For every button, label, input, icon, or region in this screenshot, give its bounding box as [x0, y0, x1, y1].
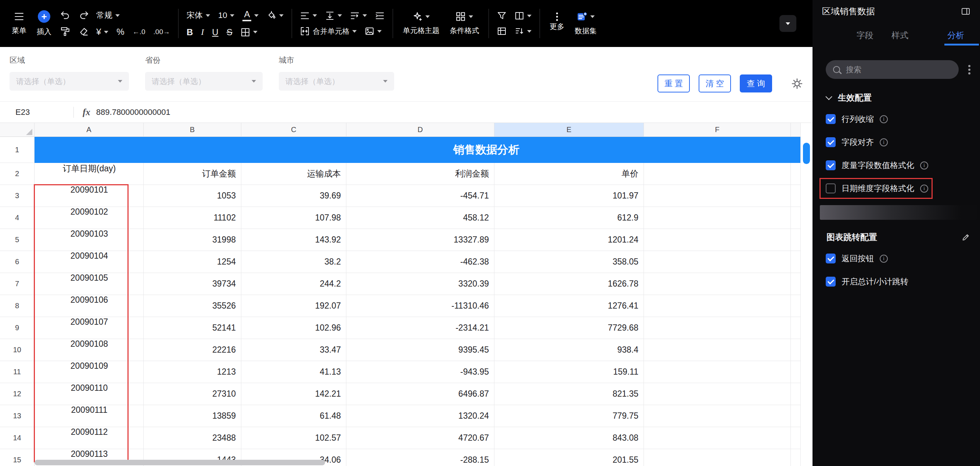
cell-F12[interactable]	[644, 383, 791, 405]
merge-cells-button[interactable]: 合并单元格	[300, 27, 357, 36]
conditional-format-button[interactable]: 条件格式	[444, 11, 484, 36]
cell-E5[interactable]: 1201.24	[495, 229, 644, 251]
cell-F14[interactable]	[644, 427, 791, 449]
currency-format-button[interactable]: ¥	[96, 27, 108, 37]
menu-button[interactable]: 菜单	[6, 11, 32, 36]
kebab-menu-icon[interactable]	[968, 69, 970, 71]
format-painter-icon[interactable]	[60, 27, 70, 37]
checkbox-unchecked[interactable]	[826, 184, 836, 193]
borders-button[interactable]	[240, 27, 258, 37]
info-icon[interactable]: i	[920, 185, 928, 193]
cell-E15[interactable]: 201.55	[495, 449, 644, 466]
cell-E14[interactable]: 843.08	[495, 427, 644, 449]
tab-分析[interactable]: 分析	[947, 30, 964, 46]
cell-B5[interactable]: 31998	[144, 229, 241, 251]
column-header-C[interactable]: C	[241, 123, 346, 137]
horizontal-align-button[interactable]	[300, 11, 317, 21]
split-view-button[interactable]	[515, 11, 531, 21]
vertical-scrollbar[interactable]	[800, 123, 813, 466]
filter-select-1[interactable]: 请选择（单选）	[10, 72, 129, 90]
cell-D5[interactable]: 13327.89	[346, 229, 495, 251]
cell-F2[interactable]	[644, 163, 791, 185]
percent-format-button[interactable]: %	[116, 27, 124, 37]
cell-E4[interactable]: 612.9	[495, 207, 644, 229]
row-header-2[interactable]: 2	[0, 163, 35, 185]
cell-D13[interactable]: 1320.24	[346, 405, 495, 427]
redo-icon[interactable]	[79, 10, 89, 21]
cell-A14[interactable]: 20090112	[35, 427, 144, 449]
cell-B8[interactable]: 35526	[144, 295, 241, 317]
select-all-corner[interactable]	[0, 123, 35, 137]
checkbox-checked[interactable]	[826, 277, 836, 287]
cell-C2[interactable]: 运输成本	[241, 163, 346, 185]
cell-D3[interactable]: -454.71	[346, 185, 495, 207]
cell-D7[interactable]: 3320.39	[346, 273, 495, 295]
horizontal-scrollbar-thumb[interactable]	[35, 460, 325, 465]
cell-A10[interactable]: 20090108	[35, 339, 144, 361]
cell-E9[interactable]: 7729.68	[495, 317, 644, 339]
checkbox-checked[interactable]	[826, 114, 836, 124]
cell-D8[interactable]: -11310.46	[346, 295, 495, 317]
row-header-15[interactable]: 15	[0, 449, 35, 466]
cell-E13[interactable]: 779.75	[495, 405, 644, 427]
filter-select-3[interactable]: 请选择（单选）	[279, 72, 394, 90]
row-header-14[interactable]: 14	[0, 427, 35, 449]
cell-C5[interactable]: 143.92	[241, 229, 346, 251]
cell-F5[interactable]	[644, 229, 791, 251]
clear-button[interactable]: 清 空	[698, 74, 731, 92]
cell-C3[interactable]: 39.69	[241, 185, 346, 207]
cell-F9[interactable]	[644, 317, 791, 339]
text-wrap-button[interactable]	[350, 11, 367, 21]
search-box[interactable]	[826, 60, 959, 79]
column-header-D[interactable]: D	[346, 123, 495, 137]
row-header-9[interactable]: 9	[0, 317, 35, 339]
cell-D4[interactable]: 458.12	[346, 207, 495, 229]
cell-A9[interactable]: 20090107	[35, 317, 144, 339]
cell-E7[interactable]: 1626.78	[495, 273, 644, 295]
cell-D6[interactable]: -462.38	[346, 251, 495, 273]
row-header-13[interactable]: 13	[0, 405, 35, 427]
cell-C7[interactable]: 244.2	[241, 273, 346, 295]
font-size-dropdown[interactable]: 10	[218, 11, 234, 20]
row-header-7[interactable]: 7	[0, 273, 35, 295]
row-header-4[interactable]: 4	[0, 207, 35, 229]
reset-button[interactable]: 重 置	[657, 74, 690, 92]
cell-A12[interactable]: 20090110	[35, 383, 144, 405]
checkbox-checked[interactable]	[826, 137, 836, 147]
cell-F13[interactable]	[644, 405, 791, 427]
cell-C14[interactable]: 102.57	[241, 427, 346, 449]
column-header-B[interactable]: B	[144, 123, 241, 137]
cell-E10[interactable]: 938.4	[495, 339, 644, 361]
info-icon[interactable]: i	[880, 138, 888, 146]
cell-D10[interactable]: 9395.45	[346, 339, 495, 361]
sort-button[interactable]	[515, 27, 531, 36]
search-input[interactable]	[845, 65, 951, 74]
dataset-button[interactable]: 数据集	[570, 11, 602, 36]
column-header-F[interactable]: F	[644, 123, 791, 137]
more-button[interactable]: 更多	[544, 16, 570, 32]
column-header-A[interactable]: A	[35, 123, 144, 137]
indent-icon[interactable]	[375, 11, 385, 21]
cell-A7[interactable]: 20090105	[35, 273, 144, 295]
panel-toggle-icon[interactable]	[961, 6, 970, 16]
vertical-scrollbar-thumb[interactable]	[803, 143, 810, 164]
cell-theme-button[interactable]: 单元格主题	[398, 11, 444, 36]
cell-B6[interactable]: 1254	[144, 251, 241, 273]
undo-icon[interactable]	[60, 10, 70, 21]
cell-A5[interactable]: 20090103	[35, 229, 144, 251]
cell-C8[interactable]: 192.07	[241, 295, 346, 317]
cell-D2[interactable]: 利润金额	[346, 163, 495, 185]
bold-button[interactable]: B	[186, 27, 193, 37]
italic-button[interactable]: I	[201, 27, 204, 37]
cell-B14[interactable]: 23488	[144, 427, 241, 449]
row-header-1[interactable]: 1	[0, 137, 35, 163]
cell-D14[interactable]: 4720.67	[346, 427, 495, 449]
cell-E8[interactable]: 1276.41	[495, 295, 644, 317]
cell-B10[interactable]: 22216	[144, 339, 241, 361]
strikethrough-button[interactable]: S	[227, 27, 232, 37]
info-icon[interactable]: i	[880, 255, 888, 263]
cell-C12[interactable]: 142.21	[241, 383, 346, 405]
cell-A3[interactable]: 20090101	[35, 185, 144, 207]
increase-decimal-icon[interactable]: .00→	[154, 28, 170, 36]
checkbox-checked[interactable]	[826, 160, 836, 170]
